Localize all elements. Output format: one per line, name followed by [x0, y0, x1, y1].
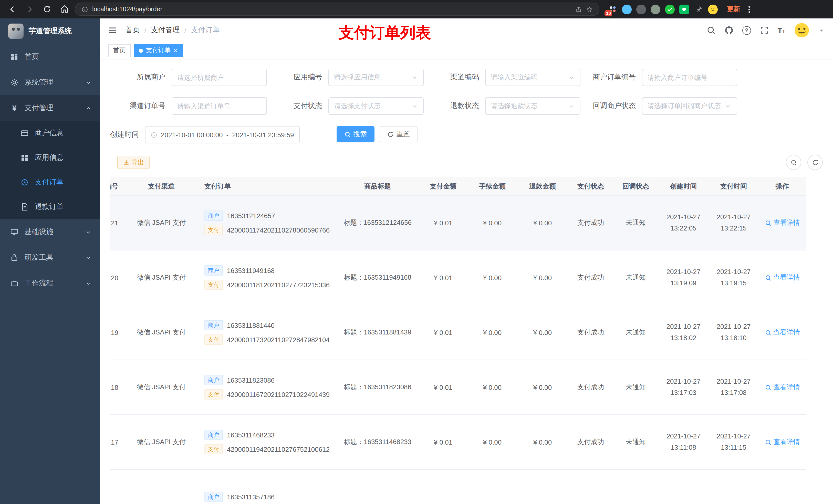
address-bar[interactable]: localhost:1024/pay/order — [75, 3, 599, 16]
chevron-down-icon — [725, 103, 732, 110]
merchant-order-no: 1635311949168 — [227, 267, 275, 274]
cell-id: 20 — [110, 274, 125, 282]
channel-transaction-no: 4200001194202110276752100612 — [227, 446, 330, 453]
top-navbar: 首页 / 支付管理 / 支付订单 支付订单列表 ? TT — [100, 19, 833, 42]
search-icon[interactable] — [706, 26, 715, 35]
extension-globe-icon[interactable] — [636, 4, 646, 14]
github-icon[interactable] — [724, 26, 733, 35]
cell-channel: 微信 JSAPI 支付 — [125, 383, 197, 392]
site-info-icon[interactable] — [81, 6, 88, 13]
share-icon[interactable] — [575, 6, 582, 13]
channel-order-no-input[interactable] — [172, 97, 267, 115]
sidebar-item-label: 支付管理 — [25, 103, 79, 113]
wechat-devtools-icon[interactable] — [679, 4, 689, 14]
cell-create-time: 2021-10-2713:19:09 — [658, 266, 709, 289]
channel-code-select[interactable]: 请输入渠道编码 — [485, 69, 580, 86]
channel-transaction-no: 4200001174202110278060590766 — [227, 226, 330, 234]
briefcase-icon — [10, 279, 19, 287]
home-button[interactable] — [57, 2, 72, 16]
sidebar-item-refund-order[interactable]: 退款订单 — [0, 195, 100, 219]
extension-gray-icon[interactable] — [651, 4, 660, 14]
refund-status-select[interactable]: 请选择退款状态 — [485, 97, 580, 115]
table-row[interactable]: 18微信 JSAPI 支付商户1635311823086支付4200001167… — [110, 360, 806, 415]
pay-status-select[interactable]: 请选择支付状态 — [328, 97, 424, 115]
caret-down-icon[interactable] — [818, 27, 825, 33]
breadcrumb-home[interactable]: 首页 — [125, 26, 140, 35]
merchant-order-no-input[interactable] — [642, 69, 737, 86]
fullscreen-icon[interactable] — [760, 26, 769, 35]
filter-label: 应用编号 — [267, 73, 328, 82]
tab-pay-order[interactable]: 支付订单 × — [134, 44, 183, 57]
cell-channel: 微信 JSAPI 支付 — [125, 218, 197, 227]
bookmark-star-icon[interactable] — [586, 6, 593, 13]
table-row[interactable]: 商户1635311357186 — [110, 470, 806, 504]
column-header-id: 编号 — [110, 182, 125, 191]
browser-update-button[interactable]: 更新 — [727, 5, 740, 14]
table-row[interactable]: 21微信 JSAPI 支付商户1635312124657支付4200001174… — [110, 196, 806, 250]
refresh-icon[interactable] — [807, 155, 823, 170]
merchant-input[interactable] — [172, 69, 267, 86]
target-icon — [21, 178, 29, 187]
table-row[interactable]: 19微信 JSAPI 支付商户1635311881440支付4200001173… — [110, 305, 806, 360]
sidebar-item-workflow[interactable]: 工作流程 — [0, 270, 100, 296]
breadcrumb: 首页 / 支付管理 / 支付订单 — [125, 26, 220, 35]
font-size-icon[interactable]: TT — [778, 26, 785, 34]
view-detail-link[interactable]: 查看详情 — [765, 328, 800, 337]
column-header-channel: 支付渠道 — [125, 182, 197, 191]
sidebar-item-app-info[interactable]: 应用信息 — [0, 145, 100, 170]
extensions-menu-icon[interactable]: 10 — [608, 4, 617, 14]
extension-green-check-icon[interactable] — [665, 4, 675, 14]
view-detail-link[interactable]: 查看详情 — [765, 273, 800, 282]
table-row[interactable]: 17微信 JSAPI 支付商户1635311468233支付4200001194… — [110, 415, 806, 470]
view-detail-link[interactable]: 查看详情 — [765, 383, 800, 392]
cell-refund: ¥ 0.00 — [517, 383, 568, 391]
extension-blue-icon[interactable] — [622, 4, 632, 14]
view-detail-link[interactable]: 查看详情 — [765, 437, 800, 447]
sidebar-item-merchant-info[interactable]: 商户信息 — [0, 121, 100, 145]
merchant-tag: 商户 — [205, 492, 223, 502]
breadcrumb-pay-manage[interactable]: 支付管理 — [151, 26, 180, 35]
grid-icon — [21, 154, 29, 162]
sidebar-item-label: 研发工具 — [25, 253, 79, 262]
tab-home[interactable]: 首页 — [108, 44, 130, 57]
sidebar-item-home[interactable]: 首页 — [0, 44, 100, 70]
cell-id: 21 — [110, 219, 125, 226]
browser-menu-button[interactable] — [746, 6, 752, 13]
sidebar-item-system[interactable]: 系统管理 — [0, 70, 100, 95]
column-header-pay-status: 支付状态 — [568, 182, 613, 191]
callback-status-select[interactable]: 请选择订单回调商户状态 — [642, 97, 737, 115]
forward-button[interactable] — [23, 2, 37, 16]
pay-tag: 支付 — [205, 334, 223, 345]
date-end: 2021-10-31 23:59:59 — [232, 131, 294, 139]
tab-label: 支付订单 — [146, 46, 171, 55]
hamburger-icon[interactable] — [108, 26, 117, 35]
export-button[interactable]: 导出 — [117, 156, 149, 169]
view-detail-link[interactable]: 查看详情 — [765, 218, 800, 227]
back-button[interactable] — [5, 2, 20, 16]
table-tools — [786, 155, 823, 170]
app-select[interactable]: 请选择应用信息 — [328, 69, 424, 86]
date-range-picker[interactable]: 2021-10-01 00:00:00 - 2021-10-31 23:59:5… — [145, 126, 300, 143]
cell-callback-status: 未通知 — [613, 383, 658, 392]
orders-table: 编号 支付渠道 支付订单 商品标题 支付金额 手续金额 退款金额 支付状态 回调… — [110, 177, 823, 504]
help-icon[interactable]: ? — [742, 26, 751, 34]
sidebar-item-payment[interactable]: ¥ 支付管理 — [0, 95, 100, 121]
app-logo[interactable]: 芋道管理系统 — [0, 19, 100, 44]
cell-pay-status: 支付成功 — [568, 437, 613, 447]
emoji-extension-icon[interactable] — [708, 4, 718, 14]
sidebar-item-pay-order[interactable]: 支付订单 — [0, 170, 100, 195]
sidebar-item-infra[interactable]: 基础设施 — [0, 219, 100, 245]
reload-button[interactable] — [40, 2, 54, 16]
user-avatar[interactable] — [794, 23, 809, 38]
sidebar-item-dev-tools[interactable]: 研发工具 — [0, 245, 100, 270]
sidebar: 芋道管理系统 首页 系统管理 ¥ 支付管理 商户信息 — [0, 19, 100, 504]
close-icon[interactable]: × — [174, 47, 177, 54]
cell-create-time: 2021-10-2713:22:05 — [658, 212, 709, 234]
table-row[interactable]: 20微信 JSAPI 支付商户1635311949168支付4200001181… — [110, 250, 806, 305]
toggle-search-icon[interactable] — [786, 155, 801, 170]
cell-pay-order: 商户1635311949168支付42000011812021102777232… — [197, 263, 337, 292]
reset-button[interactable]: 重置 — [380, 126, 418, 142]
pin-icon[interactable] — [694, 4, 704, 14]
search-button[interactable]: 搜索 — [337, 126, 375, 142]
page-content: 所属商户 应用编号 请选择应用信息 渠道编码 请输入渠道编码 商户订单编号 — [100, 59, 833, 504]
